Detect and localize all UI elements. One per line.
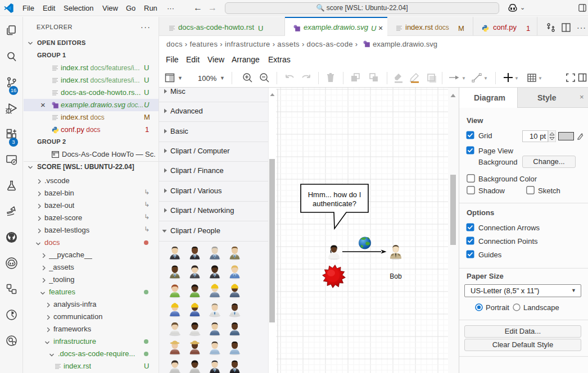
svg-text:Hmm... how do I: Hmm... how do I bbox=[308, 190, 361, 199]
svg-text:Bob: Bob bbox=[390, 272, 402, 280]
svg-text:authenticate?: authenticate? bbox=[313, 199, 356, 208]
